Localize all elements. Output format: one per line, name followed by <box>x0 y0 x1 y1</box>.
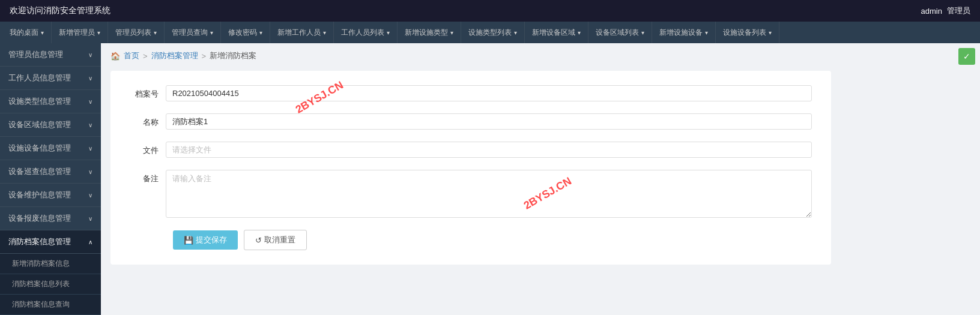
form-card: 档案号 名称 文件 备注 💾 提交保存 <box>110 71 831 265</box>
nav-tab-desk[interactable]: 我的桌面▾ <box>2 22 52 43</box>
chevron-icon: ∨ <box>88 122 92 128</box>
breadcrumb-home[interactable]: 首页 <box>124 50 139 61</box>
sidebar-sub-archive-query[interactable]: 消防档案信息查询 <box>0 295 101 315</box>
chevron-icon: ∨ <box>88 75 92 82</box>
label-remark: 备注 <box>130 170 166 184</box>
main-content: 2BYSJ.CN 2BYSJ.CN ✓ 🏠 首页 > 消防档案管理 > 新增消防… <box>101 43 980 315</box>
username: admin <box>921 7 942 16</box>
chevron-down-icon: ▾ <box>387 29 390 36</box>
user-role[interactable]: 管理员 <box>947 5 970 16</box>
reset-button[interactable]: ↺ 取消重置 <box>244 230 307 250</box>
sidebar-item-facility[interactable]: 设施设备信息管理 ∨ <box>0 137 101 160</box>
chevron-down-icon: ▾ <box>259 29 262 36</box>
label-archive-no: 档案号 <box>130 85 166 100</box>
label-name: 名称 <box>130 113 166 128</box>
input-remark[interactable] <box>166 170 812 218</box>
nav-tab-add-worker[interactable]: 新增工作人员▾ <box>270 22 334 43</box>
sidebar-sub-archive: 新增消防档案信息 消防档案信息列表 消防档案信息查询 <box>0 254 101 315</box>
user-info: admin 管理员 <box>921 5 970 16</box>
top-right-button[interactable]: ✓ <box>958 48 975 65</box>
chevron-icon: ∨ <box>88 169 92 175</box>
chevron-icon: ∨ <box>88 145 92 152</box>
nav-tab-change-pwd[interactable]: 修改密码▾ <box>221 22 270 43</box>
nav-tab-admin-list[interactable]: 管理员列表▾ <box>108 22 165 43</box>
chevron-down-icon: ▾ <box>450 29 453 36</box>
sidebar-item-maintain[interactable]: 设备维护信息管理 ∨ <box>0 184 101 207</box>
form-buttons: 💾 提交保存 ↺ 取消重置 <box>173 230 812 250</box>
top-bar: 欢迎访问消防安全管理系统 admin 管理员 <box>0 0 980 22</box>
chevron-down-icon: ▾ <box>97 29 100 36</box>
nav-tab-add-facility[interactable]: 新增设施设备▾ <box>652 22 716 43</box>
nav-tab-device-area-list[interactable]: 设备区域列表▾ <box>588 22 652 43</box>
nav-tab-admin-query[interactable]: 管理员查询▾ <box>165 22 221 43</box>
nav-tabs-bar: 我的桌面▾ 新增管理员▾ 管理员列表▾ 管理员查询▾ 修改密码▾ 新增工作人员▾… <box>0 22 980 43</box>
input-archive-no[interactable] <box>166 85 812 101</box>
nav-tab-add-device-area[interactable]: 新增设备区域▾ <box>525 22 588 43</box>
input-file[interactable] <box>166 142 812 158</box>
nav-tab-facility-list[interactable]: 设施设备列表▾ <box>716 22 779 43</box>
sidebar-item-worker[interactable]: 工作人员信息管理 ∨ <box>0 67 101 90</box>
nav-tab-facility-type-list[interactable]: 设施类型列表▾ <box>461 22 525 43</box>
label-file: 文件 <box>130 142 166 156</box>
sidebar-item-patrol[interactable]: 设备巡查信息管理 ∨ <box>0 160 101 184</box>
form-row-file: 文件 <box>130 142 812 158</box>
breadcrumb: 🏠 首页 > 消防档案管理 > 新增消防档案 <box>110 50 970 61</box>
sidebar-item-scrap[interactable]: 设备报废信息管理 ∨ <box>0 207 101 230</box>
save-icon: 💾 <box>184 236 193 245</box>
nav-tab-worker-list[interactable]: 工作人员列表▾ <box>334 22 398 43</box>
form-row-remark: 备注 <box>130 170 812 218</box>
breadcrumb-level1[interactable]: 消防档案管理 <box>151 50 198 61</box>
sidebar-item-archive[interactable]: 消防档案信息管理 ∧ <box>0 230 101 254</box>
chevron-down-icon: ▾ <box>769 29 772 36</box>
chevron-icon: ∧ <box>88 239 92 245</box>
chevron-down-icon: ▾ <box>578 29 581 36</box>
chevron-down-icon: ▾ <box>154 29 157 36</box>
home-icon: 🏠 <box>110 52 120 61</box>
main-layout: 管理员信息管理 ∨ 工作人员信息管理 ∨ 设施类型信息管理 ∨ 设备区域信息管理… <box>0 43 980 315</box>
app-title: 欢迎访问消防安全管理系统 <box>10 5 110 16</box>
nav-tab-add-admin[interactable]: 新增管理员▾ <box>52 22 108 43</box>
chevron-icon: ∨ <box>88 98 92 105</box>
chevron-down-icon: ▾ <box>41 29 44 36</box>
breadcrumb-current: 新增消防档案 <box>210 50 256 61</box>
breadcrumb-sep2: > <box>202 52 207 61</box>
nav-tab-add-facility-type[interactable]: 新增设施类型▾ <box>398 22 461 43</box>
reset-icon: ↺ <box>255 236 262 245</box>
chevron-down-icon: ▾ <box>514 29 517 36</box>
breadcrumb-sep1: > <box>143 52 148 61</box>
sidebar: 管理员信息管理 ∨ 工作人员信息管理 ∨ 设施类型信息管理 ∨ 设备区域信息管理… <box>0 43 101 315</box>
sidebar-item-facility-type[interactable]: 设施类型信息管理 ∨ <box>0 90 101 113</box>
chevron-down-icon: ▾ <box>705 29 708 36</box>
sidebar-item-admin[interactable]: 管理员信息管理 ∨ <box>0 43 101 67</box>
sidebar-sub-add-archive[interactable]: 新增消防档案信息 <box>0 254 101 274</box>
sidebar-sub-archive-list[interactable]: 消防档案信息列表 <box>0 274 101 295</box>
chevron-icon: ∨ <box>88 52 92 58</box>
chevron-icon: ∨ <box>88 215 92 222</box>
chevron-down-icon: ▾ <box>323 29 326 36</box>
chevron-down-icon: ▾ <box>210 29 213 36</box>
sidebar-item-device-area[interactable]: 设备区域信息管理 ∨ <box>0 113 101 137</box>
input-name[interactable] <box>166 113 812 130</box>
form-row-archive-no: 档案号 <box>130 85 812 101</box>
chevron-icon: ∨ <box>88 192 92 199</box>
chevron-down-icon: ▾ <box>641 29 644 36</box>
submit-button[interactable]: 💾 提交保存 <box>173 230 238 250</box>
form-row-name: 名称 <box>130 113 812 130</box>
